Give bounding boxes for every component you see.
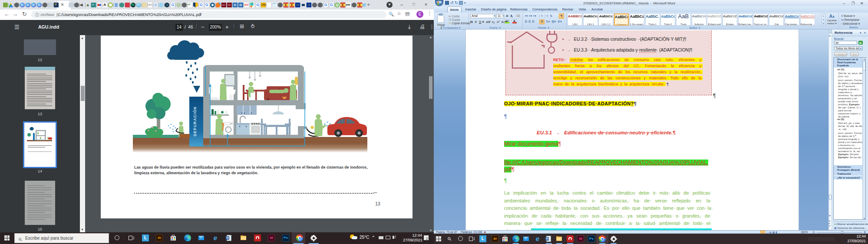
svg-text:DEPURACIÓN: DEPURACIÓN (192, 106, 197, 136)
